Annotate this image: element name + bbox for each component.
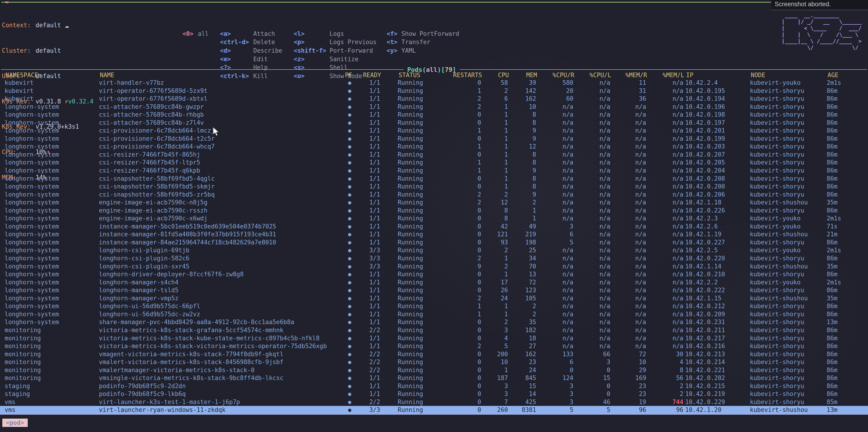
cell-cpu: 1 <box>481 182 508 191</box>
table-row[interactable]: monitoring victoria-metrics-k8s-stack-ku… <box>0 334 868 342</box>
menu-item[interactable]: <?>Help <box>220 63 282 72</box>
table-row[interactable]: longhorn-system csi-snapshotter-58bf69fb… <box>0 191 868 199</box>
menu-column-actions-2: <l>Logs<p>Logs Previous<shift-f>Port-For… <box>294 4 377 80</box>
cell-age: 86m <box>825 95 868 103</box>
table-row[interactable]: longhorn-system instance-manager-84ae215… <box>0 238 868 246</box>
cell-mem-l: n/a <box>646 238 683 246</box>
table-row[interactable]: kubevirt virt-operator-6776f5689d-xbtxl … <box>0 95 868 103</box>
table-row[interactable]: longhorn-system csi-provisioner-6c78dcb6… <box>0 135 868 143</box>
table-row[interactable]: longhorn-system longhorn-csi-plugin-69tj… <box>0 246 868 254</box>
cell-cpu-l: n/a <box>574 151 610 159</box>
column-header-mem: MEM <box>509 71 537 79</box>
menu-item[interactable]: <ctrl-d>Delete <box>220 38 282 46</box>
cell-status: Running <box>380 111 435 119</box>
cell-namespace: longhorn-system <box>0 270 99 278</box>
cell-mem-l: 96 <box>646 406 683 414</box>
cell-cpu-l: 0 <box>574 366 610 374</box>
cell-ip: 10.42.0.196 <box>683 103 748 111</box>
table-row[interactable]: longhorn-system csi-snapshotter-58bf69fb… <box>0 175 868 183</box>
cell-cpu-r: 5 <box>536 238 574 246</box>
menu-item[interactable]: <e>Edit <box>220 55 282 64</box>
menu-item[interactable]: <s>Shell <box>294 63 377 72</box>
table-row[interactable]: longhorn-system csi-resizer-7466f7b45f-q… <box>0 167 868 175</box>
table-row[interactable]: monitoring vmalertmanager-victoria-metri… <box>0 366 868 374</box>
cell-mem-l: 4 <box>646 358 683 366</box>
cell-cpu-r: n/a <box>536 262 574 270</box>
menu-item[interactable]: <t>Transfer <box>386 38 459 46</box>
table-row[interactable]: staging podinfo-79db68f5c9-2d2dn ● 1/1 R… <box>0 382 868 390</box>
table-row[interactable]: monitoring victoria-metrics-k8s-stack-gr… <box>0 326 868 334</box>
table-row[interactable]: longhorn-system instance-manager-81fd5a4… <box>0 230 868 238</box>
port-forward-dot-icon: ● <box>344 135 351 143</box>
table-row[interactable]: kubevirt virt-operator-6776f5689d-5zx9t … <box>0 87 868 95</box>
table-row[interactable]: monitoring vmsingle-victoria-metrics-k8s… <box>0 374 868 382</box>
table-row[interactable]: monitoring vmagent-victoria-metrics-k8s-… <box>0 350 868 358</box>
table-row[interactable]: longhorn-system instance-manager-5bc01ee… <box>0 223 868 231</box>
table-row[interactable]: longhorn-system engine-image-ei-acb7590c… <box>0 214 868 223</box>
table-row[interactable]: longhorn-system csi-attacher-57689cc84b-… <box>0 111 868 119</box>
table-row[interactable]: longhorn-system longhorn-manager-vmp5z ●… <box>0 294 868 302</box>
cell-mem-l: 8 <box>646 366 683 374</box>
table-row[interactable]: longhorn-system csi-provisioner-6c78dcb6… <box>0 142 868 151</box>
cell-mem-r: n/a <box>610 191 646 199</box>
cell-ready: 1/1 <box>351 103 380 111</box>
table-row[interactable]: monitoring victoria-metrics-k8s-stack-vi… <box>0 342 868 350</box>
table-row[interactable]: monitoring vmalert-victoria-metrics-k8s-… <box>0 358 868 366</box>
cell-cpu-l: 15 <box>574 374 610 382</box>
cell-ip: 10.42.0.220 <box>683 254 748 262</box>
table-row[interactable]: longhorn-system csi-attacher-57689cc84b-… <box>0 103 868 111</box>
table-row[interactable]: longhorn-system longhorn-ui-56d9b575dc-z… <box>0 310 868 318</box>
cell-mem-l: n/a <box>646 198 683 206</box>
cell-ready: 1/1 <box>351 342 380 350</box>
menu-item[interactable]: <f>Show PortForward <box>386 30 459 38</box>
menu-item[interactable]: <y>YAML <box>386 46 459 55</box>
cell-mem: 2 <box>508 310 536 318</box>
cell-mem: 25 <box>508 246 536 254</box>
cell-mem: 123 <box>508 286 536 294</box>
menu-item[interactable]: <z>Sanitize <box>294 55 377 64</box>
cell-restarts: 0 <box>435 230 481 238</box>
table-row[interactable]: vms virt-launcher-ryan-windows-11-zkdqk … <box>0 406 868 414</box>
menu-item[interactable]: <0>all <box>183 30 209 38</box>
cell-pod-name: share-manager-pvc-4bbd8429-aa8a-4912-92c… <box>99 318 344 326</box>
cell-cpu-r: 6 <box>536 230 574 238</box>
table-row[interactable]: longhorn-system longhorn-csi-plugin-sxr4… <box>0 262 868 270</box>
menu-item[interactable]: <p>Logs Previous <box>294 38 377 46</box>
table-row[interactable]: staging podinfo-79db68f5c9-lkb6q ● 1/1 R… <box>0 390 868 398</box>
menu-item[interactable]: <l>Logs <box>294 30 377 38</box>
menu-item[interactable]: <shift-f>Port-Forward <box>294 46 377 55</box>
cell-cpu: 1 <box>481 135 508 143</box>
breadcrumb-pod[interactable]: <pod> <box>2 419 28 427</box>
table-row[interactable]: longhorn-system csi-snapshotter-58bf69fb… <box>0 182 868 191</box>
cell-mem-l: n/a <box>646 326 683 334</box>
cell-pod-name: engine-image-ei-acb7590c-x6wdj <box>99 214 344 223</box>
table-row[interactable]: kubevirt virt-handler-v77bz ● 1/1 Runnin… <box>0 79 868 87</box>
table-row[interactable]: longhorn-system share-manager-pvc-4bbd84… <box>0 318 868 326</box>
cell-mem-l: n/a <box>646 230 683 238</box>
table-row[interactable]: longhorn-system longhorn-driver-deployer… <box>0 270 868 278</box>
table-row[interactable]: vms virt-launcher-k3s-test-1-master-1-j6… <box>0 398 868 406</box>
table-row[interactable]: longhorn-system longhorn-manager-s4ch4 ●… <box>0 278 868 287</box>
menu-item[interactable]: <a>Attach <box>220 30 282 38</box>
table-row[interactable]: longhorn-system longhorn-csi-plugin-582c… <box>0 254 868 262</box>
cell-ip: 10.42.0.194 <box>683 95 748 103</box>
menu-item-label: Transfer <box>401 38 430 46</box>
table-row[interactable]: longhorn-system csi-attacher-57689cc84b-… <box>0 119 868 127</box>
table-row[interactable]: longhorn-system csi-resizer-7466f7b45f-8… <box>0 151 868 159</box>
table-row[interactable]: longhorn-system longhorn-ui-56d9b575dc-6… <box>0 302 868 310</box>
cell-ready: 1/1 <box>351 278 380 287</box>
cell-restarts: 1 <box>435 310 481 318</box>
cell-ready: 2/2 <box>351 350 380 358</box>
table-row[interactable]: longhorn-system csi-provisioner-6c78dcb6… <box>0 127 868 135</box>
table-row[interactable]: longhorn-system engine-image-ei-acb7590c… <box>0 206 868 214</box>
table-header: NAMESPACE↑NAMEPFREADYSTATUSRESTARTSCPUME… <box>1 71 867 79</box>
cell-pod-name: virt-launcher-ryan-windows-11-zkdqk <box>99 406 344 414</box>
table-row[interactable]: longhorn-system longhorn-manager-tsld5 ●… <box>0 286 868 294</box>
cell-status: Running <box>380 302 435 310</box>
menu-item[interactable]: <d>Describe <box>220 46 282 55</box>
table-row[interactable]: longhorn-system engine-image-ei-acb7590c… <box>0 198 868 206</box>
table-row[interactable]: longhorn-system csi-resizer-7466f7b45f-l… <box>0 159 868 167</box>
cell-ready: 2/2 <box>351 398 380 406</box>
cell-cpu-r: n/a <box>536 310 574 318</box>
cell-mem: 1 <box>508 206 536 214</box>
